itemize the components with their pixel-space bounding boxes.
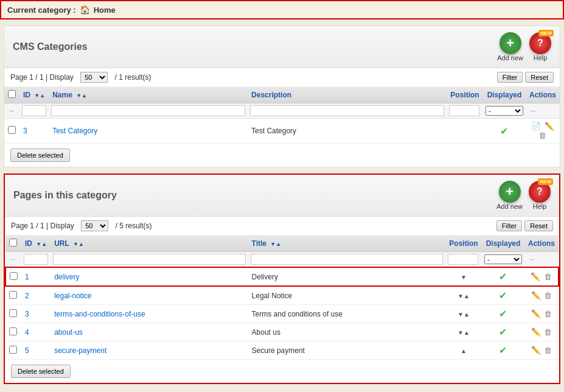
row-id-p3[interactable]: 3: [21, 305, 50, 323]
table-row: 5 secure-payment Secure payment ▲ ✔ ✏️ 🗑: [5, 341, 559, 360]
pages-results-count: / 5 result(s): [116, 222, 152, 230]
pages-pagination-text: Page 1 / 1 | Display: [11, 222, 74, 230]
row-checkbox-p4[interactable]: [9, 327, 17, 335]
table-row: 1 delivery Delivery ▼ ✔ ✏️ 🗑: [5, 267, 559, 286]
row-position-p3: ▼▲: [445, 305, 482, 323]
cms-categories-title: CMS Categories: [13, 41, 88, 52]
cms-categories-pagination: Page 1 / 1 | Display 50 20 100 / 1 resul…: [4, 68, 560, 87]
help-page-icon: NEW ?: [529, 181, 551, 203]
filter-position-input[interactable]: [449, 105, 479, 116]
row-name-3[interactable]: Test Category: [49, 119, 248, 144]
pages-filter-url-input[interactable]: [53, 254, 245, 265]
row-url-p2[interactable]: legal-notice: [50, 286, 248, 305]
name-sort[interactable]: ▼▲: [76, 94, 87, 98]
pages-filter-title-input[interactable]: [251, 254, 443, 265]
categories-header-row: ID ▼▲ Name ▼▲ Description Position Displ…: [4, 87, 560, 103]
row-id-p2[interactable]: 2: [21, 286, 50, 305]
edit-icon-p2[interactable]: ✏️: [531, 291, 541, 300]
row-displayed-p2: ✔: [482, 286, 524, 305]
row-description-3: Test Category: [248, 119, 447, 144]
row-id-3[interactable]: 3: [19, 119, 49, 144]
row-url-p5[interactable]: secure-payment: [50, 341, 248, 360]
delete-icon-p4[interactable]: 🗑: [544, 327, 552, 337]
edit-icon-p3[interactable]: ✏️: [531, 309, 541, 318]
cms-categories-table: ID ▼▲ Name ▼▲ Description Position Displ…: [4, 87, 560, 144]
row-checkbox-p1[interactable]: [10, 272, 18, 280]
delete-icon-p5[interactable]: 🗑: [544, 346, 552, 355]
cms-categories-actions: + Add new NEW ? Help: [497, 32, 551, 61]
edit-icon-p4[interactable]: ✏️: [531, 327, 541, 337]
row-position-p4: ▼▲: [445, 323, 482, 341]
row-url-p3[interactable]: terms-and-conditions-of-use: [50, 305, 248, 323]
select-all-pages-checkbox[interactable]: [9, 239, 17, 247]
reset-pages-button[interactable]: Reset: [524, 220, 553, 231]
cms-categories-header: CMS Categories + Add new NEW ? Help: [4, 26, 560, 68]
delete-selected-pages-container: Delete selected: [5, 360, 559, 383]
display-select-categories[interactable]: 50 20 100: [80, 72, 108, 83]
pages-actions: + Add new NEW ? Help: [496, 181, 551, 210]
row-checkbox-p2[interactable]: [9, 291, 17, 299]
row-checkbox-p3[interactable]: [9, 309, 17, 317]
pages-col-url: URL ▼▲: [50, 236, 248, 252]
row-actions-p2: ✏️ 🗑: [524, 286, 559, 305]
pages-filter-displayed-select[interactable]: - Yes No: [484, 254, 522, 264]
reset-categories-button[interactable]: Reset: [525, 72, 554, 83]
row-displayed-p5: ✔: [482, 341, 524, 360]
pages-col-displayed: Displayed: [482, 236, 524, 252]
filter-name-input[interactable]: [51, 105, 245, 116]
filter-categories-button[interactable]: Filter: [497, 72, 523, 83]
view-icon-3[interactable]: 📄: [531, 122, 541, 131]
row-checkbox-p5[interactable]: [9, 346, 17, 354]
pages-filter-id-input[interactable]: [24, 254, 48, 265]
help-category-button[interactable]: NEW ? Help: [529, 32, 551, 61]
row-actions-p1: ✏️ 🗑: [524, 267, 559, 286]
row-actions-p3: ✏️ 🗑: [524, 305, 559, 323]
delete-selected-pages-button[interactable]: Delete selected: [11, 365, 71, 378]
pages-title-sort[interactable]: ▼▲: [270, 242, 281, 247]
delete-icon-p1[interactable]: 🗑: [544, 272, 552, 281]
pages-filter-position-input[interactable]: [448, 254, 478, 265]
add-new-page-button[interactable]: + Add new: [496, 181, 523, 210]
delete-selected-categories-container: Delete selected: [4, 144, 560, 167]
row-checkbox-3[interactable]: [8, 126, 16, 134]
pages-id-sort[interactable]: ▼▲: [36, 242, 47, 247]
row-url-p1[interactable]: delivery: [50, 267, 248, 286]
table-row: 2 legal-notice Legal Notice ▼▲ ✔ ✏️ 🗑: [5, 286, 559, 305]
add-page-icon: +: [499, 181, 521, 203]
delete-selected-categories-button[interactable]: Delete selected: [10, 149, 70, 162]
row-displayed-p1: ✔: [482, 267, 524, 286]
edit-icon-p5[interactable]: ✏️: [531, 346, 541, 355]
col-header-position: Position: [447, 87, 483, 103]
current-category-bar: Current category : 🏠 Home: [0, 0, 564, 19]
table-row: 4 about-us About us ▼▲ ✔ ✏️ 🗑: [5, 323, 559, 341]
row-id-p5[interactable]: 5: [21, 341, 50, 360]
id-sort[interactable]: ▼▲: [34, 94, 45, 98]
delete-icon-3[interactable]: 🗑: [538, 131, 546, 140]
help-page-button[interactable]: NEW ? Help: [529, 181, 551, 210]
row-id-p1[interactable]: 1: [21, 267, 50, 286]
row-position-p1: ▼: [445, 267, 482, 286]
filter-pages-button[interactable]: Filter: [496, 220, 522, 231]
pages-col-title: Title ▼▲: [248, 236, 445, 252]
edit-icon-p1[interactable]: ✏️: [531, 272, 540, 281]
filter-description-input[interactable]: [250, 105, 444, 116]
pages-filter-row: -- - Yes No --: [5, 252, 559, 268]
col-header-id: ID ▼▲: [19, 87, 49, 103]
pages-url-sort[interactable]: ▼▲: [73, 242, 84, 247]
home-icon: 🏠: [80, 5, 90, 15]
filter-id-input[interactable]: [22, 105, 46, 116]
edit-icon-3[interactable]: ✏️: [545, 122, 554, 131]
select-all-categories-checkbox[interactable]: [8, 90, 16, 98]
row-url-p4[interactable]: about-us: [50, 323, 248, 341]
delete-icon-p2[interactable]: 🗑: [544, 291, 552, 300]
row-displayed-p3: ✔: [482, 305, 524, 323]
delete-icon-p3[interactable]: 🗑: [544, 309, 552, 318]
add-new-category-button[interactable]: + Add new: [497, 32, 523, 61]
display-select-pages[interactable]: 50 20 100: [81, 220, 108, 231]
filter-displayed-select[interactable]: - Yes No: [486, 106, 523, 116]
help-icon: NEW ?: [529, 32, 551, 54]
row-id-p4[interactable]: 4: [21, 323, 50, 341]
row-title-p1: Delivery: [248, 267, 445, 286]
pages-title: Pages in this category: [13, 190, 117, 201]
row-position-p5: ▲: [445, 341, 482, 360]
